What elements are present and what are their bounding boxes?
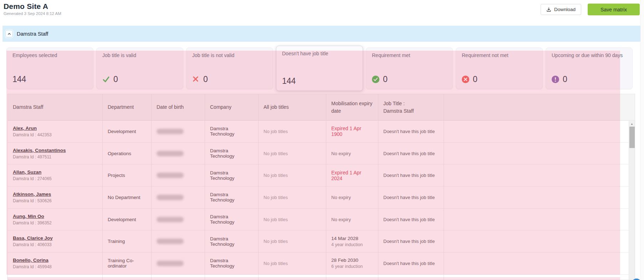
- employee-row: Alexakis, ConstantinosDamstra Id : 49751…: [8, 143, 635, 165]
- job-titles-cell: No job titles: [258, 121, 326, 142]
- employee-link[interactable]: Allan, Suzan: [13, 169, 41, 175]
- filler-cell: [151, 275, 205, 280]
- company-value: Damstra Technology: [210, 126, 253, 137]
- column-header-label: All job titles: [264, 103, 321, 111]
- company-cell: Damstra Technology: [205, 187, 258, 208]
- employee-link[interactable]: Bonello, Corina: [13, 258, 48, 263]
- job-titles-value: No job titles: [264, 217, 321, 222]
- top-bar: Demo Site A Generated 3 Sep 2024 8:12 AM…: [4, 0, 640, 23]
- filler-cell: [444, 143, 635, 164]
- filler-cell: [258, 275, 326, 280]
- department-cell: Projects: [102, 164, 151, 186]
- employee-cell: Basa, Clarice JoyDamstra Id : 406033: [8, 230, 102, 252]
- department-value: Development: [108, 129, 146, 134]
- column-header: Company: [205, 94, 258, 120]
- dob-redacted-blur: [157, 129, 184, 134]
- expiry-date: 14 Mar 2028: [331, 236, 373, 241]
- card-label: Requirement not met: [456, 48, 542, 58]
- filler-cell: [444, 209, 635, 230]
- column-header-filler: [444, 94, 635, 120]
- dob-cell: [151, 253, 205, 274]
- job-title-status-cell: Doesn't have this job title: [378, 230, 444, 252]
- expiry-note: 6 year induction: [331, 264, 373, 269]
- dob-cell: [151, 164, 205, 186]
- summary-card[interactable]: Job title is not valid0: [186, 47, 273, 89]
- company-value: Damstra Technology: [210, 170, 253, 181]
- employee-id: Damstra Id : 530626: [13, 198, 97, 203]
- scroll-up-button[interactable]: ▲: [629, 121, 635, 127]
- employee-link[interactable]: Aung, Min Oo: [13, 214, 44, 219]
- circle-cross-icon: [462, 76, 469, 83]
- exclamation-icon: [552, 76, 559, 83]
- job-title-status-value: Doesn't have this job title: [383, 151, 439, 156]
- card-value: 0: [113, 75, 118, 84]
- filler-cell: [102, 275, 151, 280]
- expiry-cell: 14 Mar 20284 year induction: [326, 230, 378, 252]
- vertical-scrollbar[interactable]: ▲: [629, 121, 635, 280]
- dob-cell: [151, 121, 205, 142]
- expiry-cell: Expired 1 Apr 2024: [326, 164, 378, 186]
- card-label: Upcoming or due within 90 days: [546, 48, 632, 58]
- employee-id: Damstra Id : 497511: [13, 154, 97, 159]
- collapse-button[interactable]: [5, 30, 13, 37]
- expiry-cell: No expiry: [326, 187, 378, 208]
- job-titles-cell: No job titles: [258, 164, 326, 186]
- company-cell: Damstra Technology: [205, 253, 258, 274]
- summary-card[interactable]: Doesn't have job title144: [276, 46, 363, 91]
- employee-link[interactable]: Basa, Clarice Joy: [13, 235, 53, 241]
- column-header: Mobilisation expiry date: [326, 94, 378, 120]
- card-value-row: 144: [282, 76, 296, 86]
- employee-cell: Alexakis, ConstantinosDamstra Id : 49751…: [8, 143, 102, 164]
- employee-row-partial: [8, 275, 635, 280]
- expiry-cell: 28 Feb 20306 year induction: [326, 253, 378, 274]
- download-label: Download: [554, 7, 576, 12]
- dob-redacted-blur: [157, 239, 184, 244]
- column-header-label: Department: [108, 103, 146, 111]
- job-title-status-value: Doesn't have this job title: [383, 217, 439, 222]
- summary-cards-row: Employees selected144Job title is valid0…: [6, 47, 633, 93]
- job-titles-cell: No job titles: [258, 209, 326, 230]
- employee-link[interactable]: Atkinson, James: [13, 192, 51, 197]
- employee-id: Damstra Id : 442353: [13, 132, 97, 137]
- filler-cell: [444, 253, 635, 274]
- company-cell: Damstra Technology: [205, 209, 258, 230]
- company-value: Damstra Technology: [210, 214, 253, 225]
- card-value: 0: [203, 75, 208, 84]
- employee-row: Aung, Min OoDamstra Id : 396352Developme…: [8, 209, 635, 231]
- expiry-date: No expiry: [331, 151, 373, 156]
- column-header: Date of birth: [151, 94, 205, 120]
- dob-cell: [151, 143, 205, 164]
- employee-row: Atkinson, JamesDamstra Id : 530626No Dep…: [8, 187, 635, 209]
- employee-row: Bonello, CorinaDamstra Id : 459948Traini…: [8, 253, 635, 275]
- scroll-thumb[interactable]: [629, 127, 635, 148]
- filler-cell: [444, 187, 635, 208]
- company-cell: Damstra Technology: [205, 230, 258, 252]
- employee-link[interactable]: Alexakis, Constantinos: [13, 148, 66, 153]
- job-title-status-value: Doesn't have this job title: [383, 129, 439, 134]
- company-cell: Damstra Technology: [205, 121, 258, 142]
- section-title: Damstra Staff: [17, 31, 48, 37]
- dob-redacted-blur: [157, 261, 184, 266]
- employee-link[interactable]: Alex, Arun: [13, 126, 37, 131]
- filler-cell: [378, 275, 444, 280]
- save-matrix-button[interactable]: Save matrix: [588, 4, 640, 15]
- summary-card[interactable]: Requirement met0: [366, 47, 453, 89]
- summary-card[interactable]: Requirement not met0: [456, 47, 543, 89]
- job-titles-cell: No job titles: [258, 230, 326, 252]
- summary-card[interactable]: Employees selected144: [6, 47, 93, 89]
- employee-cell: Allan, SuzanDamstra Id : 274065: [8, 164, 102, 186]
- chevron-up-icon: [7, 32, 11, 36]
- job-title-status-value: Doesn't have this job title: [383, 195, 439, 200]
- employee-cell: Atkinson, JamesDamstra Id : 530626: [8, 187, 102, 208]
- card-value-row: 0: [552, 75, 567, 84]
- summary-card[interactable]: Job title is valid0: [96, 47, 183, 89]
- card-value-row: 0: [192, 75, 208, 84]
- job-title-status-value: Doesn't have this job title: [383, 239, 439, 244]
- dob-cell: [151, 209, 205, 230]
- card-value: 144: [12, 75, 26, 84]
- summary-card[interactable]: Upcoming or due within 90 days0: [546, 47, 633, 89]
- compliance-matrix-page: Demo Site A Generated 3 Sep 2024 8:12 AM…: [0, 0, 644, 280]
- job-title-status-cell: Doesn't have this job title: [378, 121, 444, 142]
- download-button[interactable]: Download: [541, 4, 581, 15]
- card-value-row: 0: [462, 75, 477, 84]
